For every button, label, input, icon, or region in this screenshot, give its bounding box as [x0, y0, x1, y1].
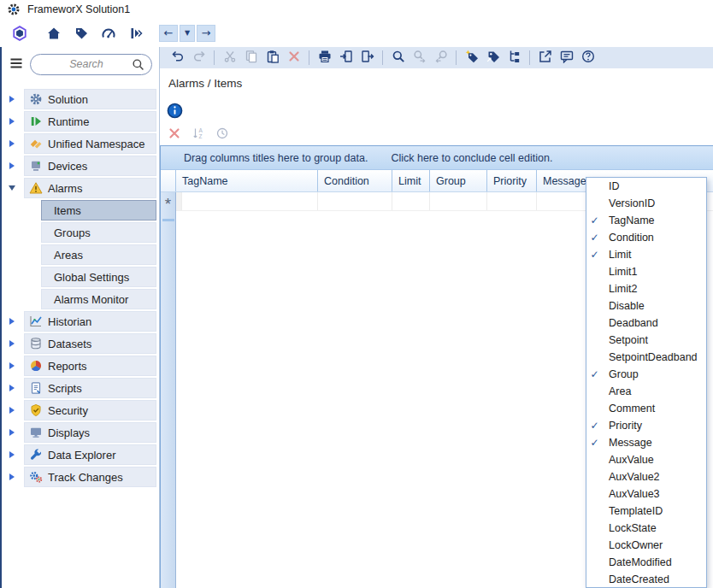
column-header-condition[interactable]: Condition	[318, 170, 392, 191]
chevron-right-icon[interactable]	[9, 429, 15, 436]
chevron-down-icon[interactable]	[9, 185, 15, 191]
delete-button[interactable]	[165, 126, 184, 143]
sidebar-item-groups[interactable]: Groups	[0, 222, 159, 243]
sidebar-item-areas[interactable]: Areas	[0, 244, 159, 265]
sidebar-item-data-explorer[interactable]: Data Explorer	[0, 444, 159, 465]
new-row-cell[interactable]	[430, 192, 487, 210]
column-menu-item-deadband[interactable]: Deadband	[586, 315, 706, 332]
sidebar-item-security[interactable]: Security	[0, 400, 159, 420]
search-box[interactable]	[30, 54, 152, 75]
column-header-tagname[interactable]: TagName	[176, 170, 318, 191]
home-button[interactable]	[43, 23, 65, 44]
new-row-cell[interactable]	[318, 192, 392, 210]
sidebar-item-alarms-monitor[interactable]: Alarms Monitor	[0, 289, 159, 309]
run-startup-button[interactable]	[125, 23, 147, 44]
column-menu-item-lockstate[interactable]: LockState	[586, 520, 706, 537]
column-menu-item-setpoint[interactable]: Setpoint	[586, 332, 706, 349]
chevron-right-icon[interactable]	[9, 96, 15, 103]
new-row-cell[interactable]	[487, 192, 537, 210]
sidebar-item-track-changes[interactable]: Track Changes	[0, 467, 159, 487]
column-menu-item-auxvalue3[interactable]: AuxValue3	[586, 485, 706, 503]
chevron-right-icon[interactable]	[9, 451, 15, 458]
chevron-right-icon[interactable]	[9, 407, 15, 414]
column-menu-item-area[interactable]: Area	[586, 383, 706, 400]
sort-az-button[interactable]: AZ	[189, 126, 208, 143]
paste-button[interactable]	[262, 49, 283, 68]
search-input[interactable]	[41, 58, 132, 70]
sidebar-item-solution[interactable]: Solution	[0, 89, 159, 109]
column-menu-item-setpointdeadband[interactable]: SetpointDeadband	[586, 349, 706, 366]
redo-button[interactable]	[188, 49, 209, 68]
column-menu-item-templateid[interactable]: TemplateID	[586, 503, 706, 520]
find-prev-button[interactable]	[430, 49, 451, 68]
nav-forward-button[interactable]: →	[197, 25, 215, 42]
column-menu-item-lockowner[interactable]: LockOwner	[586, 537, 706, 554]
sidebar-item-global-settings[interactable]: Global Settings	[0, 267, 159, 287]
cut-button[interactable]	[219, 49, 240, 68]
chevron-right-icon[interactable]	[9, 140, 15, 147]
chevron-right-icon[interactable]	[9, 318, 15, 325]
column-menu-item-disable[interactable]: Disable	[586, 297, 706, 315]
open-external-button[interactable]	[534, 49, 556, 68]
clock-button[interactable]	[213, 126, 232, 143]
menu-toggle-button[interactable]	[7, 56, 26, 73]
column-menu-item-versionid[interactable]: VersionID	[586, 195, 706, 212]
column-menu-item-limit1[interactable]: Limit1	[586, 263, 706, 280]
find-button[interactable]	[387, 49, 409, 68]
column-header-priority[interactable]: Priority	[487, 170, 537, 191]
new-row-cell[interactable]	[392, 192, 430, 210]
column-menu-item-condition[interactable]: ✓Condition	[586, 229, 706, 246]
sidebar-item-historian[interactable]: Historian	[0, 311, 159, 332]
undo-button[interactable]	[167, 49, 188, 68]
sidebar-item-items[interactable]: Items	[0, 200, 159, 220]
sidebar-item-displays[interactable]: Displays	[0, 422, 159, 443]
column-menu-item-tagname[interactable]: ✓TagName	[586, 212, 706, 229]
column-menu-item-comment[interactable]: Comment	[586, 400, 706, 417]
print-button[interactable]	[314, 49, 335, 68]
tree-view-button[interactable]	[504, 49, 525, 68]
column-menu-item-datecreated[interactable]: DateCreated	[586, 571, 706, 588]
nav-history-dropdown[interactable]: ▼	[180, 25, 195, 42]
column-header-limit[interactable]: Limit	[392, 170, 430, 191]
help-button[interactable]	[577, 49, 598, 68]
chevron-right-icon[interactable]	[9, 473, 15, 480]
gauge-button[interactable]	[97, 23, 120, 44]
column-menu-item-priority[interactable]: ✓Priority	[586, 417, 706, 434]
conclude-edit-hint[interactable]: Click here to conclude cell edition.	[391, 152, 552, 164]
column-header-group[interactable]: Group	[430, 170, 487, 191]
info-button[interactable]	[167, 103, 183, 119]
import-button[interactable]	[335, 49, 356, 68]
delete-button[interactable]	[283, 49, 304, 68]
column-menu-item-datemodified[interactable]: DateModified	[586, 554, 706, 571]
column-menu-item-group[interactable]: ✓Group	[586, 366, 706, 383]
column-menu-item-limit2[interactable]: Limit2	[586, 280, 706, 297]
sidebar-item-unified-namespace[interactable]: Unified Namespace	[0, 133, 159, 154]
chevron-right-icon[interactable]	[9, 362, 15, 369]
chevron-right-icon[interactable]	[9, 162, 15, 169]
sidebar-item-scripts[interactable]: Scripts	[0, 378, 159, 398]
tags-button[interactable]	[70, 23, 92, 44]
tag-go-button[interactable]	[482, 49, 504, 68]
group-by-panel[interactable]: Drag columns titles here to group data. …	[161, 146, 713, 170]
sidebar-item-datasets[interactable]: Datasets	[0, 333, 159, 354]
column-menu-item-limit[interactable]: ✓Limit	[586, 246, 706, 263]
chevron-right-icon[interactable]	[9, 385, 15, 391]
chevron-right-icon[interactable]	[9, 340, 15, 347]
sidebar-item-reports[interactable]: Reports	[0, 356, 159, 376]
sidebar-item-runtime[interactable]: Runtime	[0, 111, 159, 132]
chevron-right-icon[interactable]	[9, 118, 15, 125]
new-row-cell[interactable]	[182, 192, 318, 210]
sidebar-item-alarms[interactable]: Alarms	[0, 178, 159, 198]
column-menu-item-id[interactable]: ID	[586, 178, 706, 195]
nav-back-button[interactable]: ←	[159, 25, 178, 42]
app-logo-icon[interactable]	[9, 23, 31, 44]
feedback-button[interactable]	[556, 49, 577, 68]
tag-new-button[interactable]	[461, 49, 482, 68]
find-next-button[interactable]	[409, 49, 430, 68]
column-menu-item-auxvalue[interactable]: AuxValue	[586, 451, 706, 468]
copy-button[interactable]	[240, 49, 262, 68]
export-button[interactable]	[356, 49, 378, 68]
column-menu-item-message[interactable]: ✓Message	[586, 434, 706, 451]
column-menu-item-auxvalue2[interactable]: AuxValue2	[586, 468, 706, 485]
sidebar-item-devices[interactable]: Devices	[0, 156, 159, 176]
